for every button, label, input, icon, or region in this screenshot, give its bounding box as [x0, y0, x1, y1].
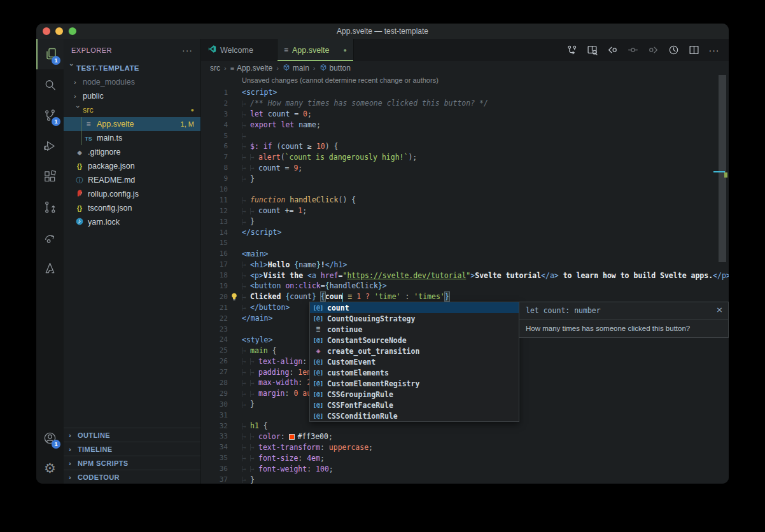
breadcrumb-item-app-svelte[interactable]: ≡App.svelte [230, 64, 272, 73]
split-editor-icon[interactable] [687, 43, 701, 57]
tab-app-svelte[interactable]: ≡App.svelte● [277, 39, 354, 61]
github-pr-icon[interactable] [36, 192, 64, 222]
breadcrumb-item-main[interactable]: main [283, 64, 309, 73]
navigate-position-icon[interactable] [626, 43, 640, 57]
settings-icon[interactable]: ⚙ [36, 453, 64, 484]
code-line-18[interactable]: 18→<p>Visit the <a href="https://svelte.… [201, 270, 729, 281]
commit-graph-icon[interactable] [565, 43, 579, 57]
tree-item-yarn-lock[interactable]: yarn.lock [64, 215, 200, 229]
live-share-icon[interactable] [36, 222, 64, 253]
suggest-item-constantsourcenode[interactable]: [@]ConstantSourceNode [310, 335, 519, 346]
navigate-forward-icon[interactable] [646, 43, 660, 57]
source-control-icon[interactable]: 1 [36, 100, 64, 130]
tree-root-test-template[interactable]: ›TEST-TEMPLATE [64, 61, 200, 75]
open-changes-icon[interactable] [585, 43, 599, 57]
suggest-item-count[interactable]: [@]count [310, 302, 519, 313]
panel-header-outline[interactable]: ›OUTLINE [64, 428, 200, 442]
search-icon[interactable] [36, 69, 64, 100]
code-line-17[interactable]: 17→<h1>Hello {name}!</h1> [201, 259, 729, 270]
tree-item-tsconfig-json[interactable]: {}tsconfig.json [64, 201, 200, 215]
tree-item-node-modules[interactable]: ›node_modules [64, 75, 200, 89]
code-line-19[interactable]: 19→<button on:click={handleClick}> [201, 281, 729, 291]
suggest-item-create_out_transition[interactable]: ◈create_out_transition [310, 346, 519, 356]
line-number: 36 [201, 465, 242, 473]
line-number: 13 [201, 218, 242, 226]
code-line-16[interactable]: 16<main> [201, 248, 729, 259]
code-line-37[interactable]: 37→} [201, 474, 729, 484]
code-line-9[interactable]: 9→} [201, 173, 729, 184]
indent-guide: → [242, 358, 250, 365]
close-icon[interactable]: × [716, 305, 723, 314]
file-history-icon[interactable] [666, 43, 680, 57]
code-line-3[interactable]: 3→let count = 0; [201, 109, 729, 120]
tab-welcome[interactable]: Welcome [201, 39, 277, 61]
suggest-item-customelementregistry[interactable]: [@]CustomElementRegistry [310, 378, 519, 389]
activity-bar: 111⚙ [36, 39, 64, 484]
code-line-35[interactable]: 35→→font-size: 4em; [201, 452, 729, 463]
indent-guide: → [242, 154, 250, 160]
suggest-item-continue[interactable]: ≣continue [310, 324, 519, 335]
editor-content[interactable]: Unsaved changes (cannot determine recent… [201, 75, 729, 484]
suggest-item-cssfontfacerule[interactable]: [@]CSSFontFaceRule [310, 400, 519, 410]
breadcrumb-item-src[interactable]: src [210, 64, 220, 73]
line-number: 18 [201, 271, 242, 279]
panel-header-timeline[interactable]: ›TIMELINE [64, 442, 200, 456]
code-line-13[interactable]: 13→} [201, 216, 729, 227]
tree-item-package-json[interactable]: {}package.json [64, 159, 200, 173]
code-line-20[interactable]: 20→Clicked {count} {coun ≡ 1 ? 'time' : … [201, 291, 729, 302]
code-line-15[interactable]: 15 [201, 237, 729, 248]
code-line-4[interactable]: 4→export let name; [201, 120, 729, 130]
panel-header-codetour[interactable]: ›CODETOUR [64, 470, 200, 484]
tree-item-src[interactable]: ›src● [64, 103, 200, 117]
line-number: 25 [201, 346, 242, 354]
lightbulb-icon[interactable] [230, 293, 238, 303]
tree-item-main-ts[interactable]: TSmain.ts [64, 131, 200, 145]
tab-label: App.svelte [292, 46, 329, 55]
code-line-2[interactable]: 2→/** How many times has someone clicked… [201, 98, 729, 109]
suggest-item-cssgroupingrule[interactable]: [@]CSSGroupingRule [310, 389, 519, 400]
navigate-back-icon[interactable] [605, 43, 619, 57]
code-line-6[interactable]: 6→$: if (count ≥ 10) { [201, 141, 729, 151]
suggest-item-customelements[interactable]: [@]customElements [310, 367, 519, 378]
accounts-icon[interactable]: 1 [36, 423, 64, 453]
code-line-33[interactable]: 33→→color: #ff3e00; [201, 431, 729, 442]
extensions-icon[interactable] [36, 161, 64, 192]
code-line-12[interactable]: 12→→count += 1; [201, 206, 729, 216]
indent-guide: → [242, 219, 250, 225]
suggest-item-countqueuingstrategy[interactable]: [@]CountQueuingStrategy [310, 313, 519, 324]
suggest-item-customevent[interactable]: [@]CustomEvent [310, 356, 519, 367]
more-actions-icon[interactable]: ··· [707, 43, 721, 57]
code-line-36[interactable]: 36→→font-weight: 100; [201, 463, 729, 474]
code-line-8[interactable]: 8→→count = 9; [201, 162, 729, 173]
code-line-10[interactable]: 10 [201, 184, 729, 195]
code-line-11[interactable]: 11→function handleClick() { [201, 195, 729, 206]
code-line-7[interactable]: 7→→alert(`count is dangerously high!`); [201, 151, 729, 162]
azure-icon[interactable] [36, 253, 64, 283]
editor-group: Welcome≡App.svelte● ··· src›≡App.svelte›… [201, 39, 729, 484]
code-line-34[interactable]: 34→→text-transform: uppercase; [201, 442, 729, 452]
breadcrumb-item-button[interactable]: button [319, 64, 351, 73]
indent-guide: → [242, 122, 250, 129]
tree-item-app-svelte[interactable]: ≡App.svelte1, M [64, 117, 200, 131]
tree-item-readme-md[interactable]: ⓘREADME.md [64, 173, 200, 187]
tree-item--gitignore[interactable]: ◆.gitignore [64, 145, 200, 159]
tree-item-public[interactable]: ›public [64, 89, 200, 103]
explorer-icon[interactable]: 1 [36, 39, 64, 69]
line-number: 9 [201, 174, 242, 183]
suggest-label: ConstantSourceNode [327, 336, 407, 345]
sidebar-more-actions-icon[interactable]: ··· [182, 45, 193, 55]
code-line-14[interactable]: 14</script> [201, 227, 729, 238]
suggest-widget: [@]count[@]CountQueuingStrategy≣continue… [309, 302, 519, 422]
code-line-5[interactable]: 5→ [201, 130, 729, 141]
run-debug-icon[interactable] [36, 130, 64, 161]
editor-scrollbar[interactable] [719, 75, 726, 262]
suggest-item-cssconditionrule[interactable]: [@]CSSConditionRule [310, 410, 519, 421]
tab-label: Welcome [220, 46, 253, 55]
panel-header-npm-scripts[interactable]: ›NPM SCRIPTS [64, 456, 200, 470]
color-swatch[interactable] [289, 434, 295, 440]
tree-item-rollup-config-js[interactable]: rollup.config.js [64, 187, 200, 201]
indent-guide: → [242, 380, 250, 386]
line-number: 28 [201, 379, 242, 387]
code-line-32[interactable]: 32→h1 { [201, 421, 729, 431]
code-line-1[interactable]: 1<script> [201, 87, 729, 98]
